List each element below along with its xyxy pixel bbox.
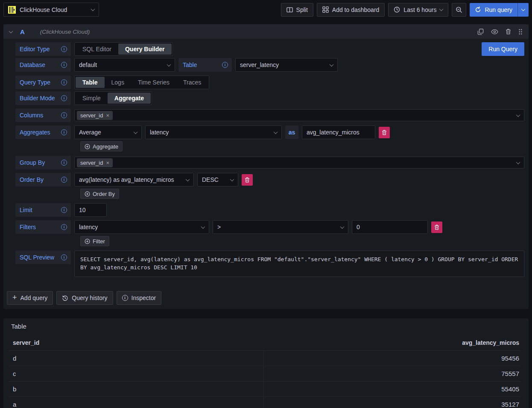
builder-mode-row: Builder Mode Simple Aggregate	[15, 91, 524, 105]
columns-label: Columns	[15, 108, 71, 122]
history-icon	[62, 295, 68, 301]
time-range-label: Last 6 hours	[403, 6, 436, 13]
query-editor-panel: A (ClickHouse Cloud) Editor Type	[3, 24, 529, 309]
columns-multiselect[interactable]: server_id ×	[74, 109, 524, 121]
group-by-multiselect[interactable]: server_id ×	[74, 157, 524, 169]
query-type-option-logs[interactable]: Logs	[105, 77, 131, 88]
as-keyword-chip: as	[285, 125, 298, 139]
aggregate-function-select[interactable]: Average	[74, 125, 142, 139]
info-icon[interactable]	[61, 112, 67, 118]
table-panel-title: Table	[8, 323, 522, 330]
info-icon[interactable]	[61, 177, 67, 183]
add-to-dashboard-button[interactable]: Add to dashboard	[317, 3, 385, 17]
add-query-button[interactable]: + Add query	[7, 291, 53, 305]
split-label: Split	[296, 6, 308, 13]
sql-preview-row: SQL Preview SELECT server_id, avg(latenc…	[15, 251, 524, 277]
table-body: d95456c75557b55405a35127	[8, 351, 522, 408]
table-header-row: server_id avg_latency_micros	[8, 337, 522, 351]
info-icon[interactable]	[61, 207, 67, 213]
query-editor-footer: + Add query Query history Inspector	[3, 279, 529, 309]
query-type-option-timeseries[interactable]: Time Series	[131, 77, 176, 88]
cell-server-id: d	[8, 351, 264, 366]
info-icon[interactable]	[61, 62, 67, 68]
info-icon[interactable]	[61, 160, 67, 166]
editor-type-option-builder[interactable]: Query Builder	[118, 44, 172, 55]
filter-operator-select[interactable]: >	[213, 220, 348, 234]
remove-order-by-button[interactable]	[242, 174, 253, 186]
order-by-row: Order By avg(latency) as avg_latency_mic…	[15, 173, 524, 187]
aggregates-label: Aggregates	[15, 125, 71, 139]
run-query-inline-button[interactable]: Run Query	[482, 42, 524, 56]
add-order-by-row: Order By	[80, 189, 524, 199]
inspector-button[interactable]: Inspector	[117, 291, 162, 305]
info-icon[interactable]	[222, 62, 228, 68]
add-to-dashboard-label: Add to dashboard	[332, 6, 380, 13]
editor-type-option-sql[interactable]: SQL Editor	[76, 44, 118, 55]
query-type-option-traces[interactable]: Traces	[176, 77, 208, 88]
chevron-down-icon	[516, 113, 520, 117]
database-table-row: Database default Table server_latency	[15, 58, 524, 72]
remove-tag-icon[interactable]: ×	[106, 160, 109, 166]
remove-aggregate-button[interactable]	[379, 127, 390, 138]
column-header-server-id[interactable]: server_id	[8, 337, 264, 351]
time-range-picker[interactable]: Last 6 hours	[388, 3, 448, 17]
database-select[interactable]: default	[74, 58, 175, 72]
cell-server-id: b	[8, 382, 264, 397]
order-by-direction-select[interactable]: DESC	[197, 173, 238, 187]
query-header: A (ClickHouse Cloud)	[3, 24, 529, 39]
query-datasource-hint: (ClickHouse Cloud)	[40, 29, 90, 35]
clock-icon	[394, 6, 400, 13]
cell-server-id: a	[8, 397, 264, 408]
add-order-by-button[interactable]: Order By	[80, 189, 119, 199]
run-query-button[interactable]: Run query	[470, 3, 517, 17]
info-icon[interactable]	[61, 224, 67, 230]
column-tag: server_id ×	[77, 111, 113, 120]
info-icon[interactable]	[61, 254, 67, 260]
builder-mode-option-simple[interactable]: Simple	[76, 93, 108, 104]
split-button[interactable]: Split	[281, 3, 313, 17]
toggle-visibility-icon[interactable]	[491, 29, 498, 35]
query-type-option-table[interactable]: Table	[76, 77, 105, 88]
limit-input[interactable]: 10	[74, 203, 107, 217]
remove-tag-icon[interactable]: ×	[106, 113, 109, 118]
chevron-down-icon	[134, 130, 138, 134]
chevron-down-icon	[274, 130, 278, 134]
collapse-query-icon[interactable]	[9, 29, 13, 33]
run-query-split-button: Run query	[470, 3, 529, 17]
info-icon[interactable]	[61, 79, 67, 85]
duplicate-query-icon[interactable]	[477, 29, 484, 35]
builder-mode-option-aggregate[interactable]: Aggregate	[108, 93, 151, 104]
clickhouse-logo-icon	[8, 6, 16, 14]
group-by-label: Group By	[15, 156, 71, 169]
column-header-avg-latency[interactable]: avg_latency_micros	[264, 337, 522, 351]
datasource-picker[interactable]: ClickHouse Cloud	[3, 3, 99, 17]
filter-field-select[interactable]: latency	[74, 220, 209, 234]
query-history-button[interactable]: Query history	[56, 291, 113, 305]
chevron-down-icon	[330, 62, 334, 67]
query-type-row: Query Type Table Logs Time Series Traces	[15, 76, 524, 89]
query-header-actions	[477, 29, 523, 35]
remove-filter-button[interactable]	[431, 221, 442, 233]
chevron-down-icon	[186, 177, 190, 181]
table-label: Table	[178, 58, 232, 72]
run-query-options-button[interactable]	[517, 3, 529, 17]
info-icon[interactable]	[61, 129, 67, 135]
chevron-down-icon	[521, 7, 526, 11]
add-filter-button[interactable]: Filter	[80, 236, 109, 246]
run-query-label: Run query	[485, 6, 512, 13]
chevron-down-icon	[167, 62, 171, 67]
table-select[interactable]: server_latency	[235, 58, 338, 72]
remove-query-icon[interactable]	[506, 29, 511, 35]
zoom-out-button[interactable]	[452, 3, 466, 17]
aggregate-column-select[interactable]: latency	[145, 125, 282, 139]
filter-value-input[interactable]: 0	[352, 220, 428, 234]
drag-handle-icon[interactable]	[518, 29, 523, 35]
order-by-field-select[interactable]: avg(latency) as avg_latency_micros	[74, 173, 194, 187]
aggregate-alias-input[interactable]: avg_latency_micros	[302, 125, 375, 139]
info-icon[interactable]	[61, 95, 67, 101]
editor-type-row: Editor Type SQL Editor Query Builder Run…	[15, 42, 524, 56]
info-icon[interactable]	[61, 46, 67, 52]
add-aggregate-button[interactable]: Aggregate	[80, 141, 123, 152]
query-ref-id[interactable]: A	[20, 28, 25, 35]
chevron-down-icon	[340, 224, 345, 229]
